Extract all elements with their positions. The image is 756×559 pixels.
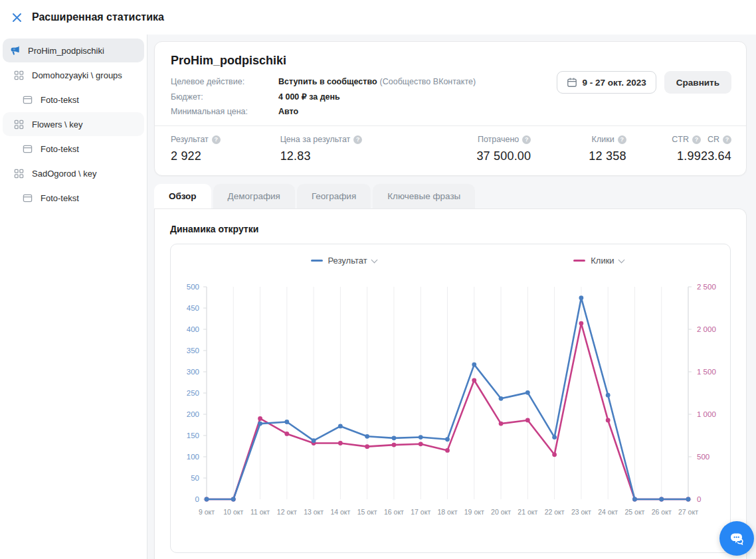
right-axis-tick-label: 0 xyxy=(697,495,701,503)
data-point[interactable] xyxy=(472,378,476,382)
data-point[interactable] xyxy=(365,434,369,439)
data-point[interactable] xyxy=(525,390,530,395)
help-icon[interactable]: ? xyxy=(723,135,731,144)
sidebar-item-label: Foto-tekst xyxy=(41,144,79,154)
data-point[interactable] xyxy=(579,321,583,326)
data-point[interactable] xyxy=(205,497,209,502)
sidebar-item-flowers-key[interactable]: Flowers \ key xyxy=(3,112,144,136)
sidebar-item-label: Domohozyayki \ groups xyxy=(32,70,122,80)
data-point[interactable] xyxy=(472,362,476,367)
grid-icon xyxy=(12,167,25,180)
data-point[interactable] xyxy=(338,424,343,429)
grid-icon xyxy=(12,118,25,131)
chevron-down-icon xyxy=(618,256,624,263)
support-chat-button[interactable] xyxy=(719,521,754,556)
help-icon[interactable]: ? xyxy=(353,135,362,144)
stats-row: Результат? 2 922 Цена за результат? 12.8… xyxy=(171,126,731,163)
data-point[interactable] xyxy=(445,437,450,441)
sidebar-item-prohim-podpischiki[interactable]: ProHim_podpischiki xyxy=(3,39,144,62)
sidebar-item-foto-tekst-2[interactable]: Foto-tekst xyxy=(3,137,144,161)
tab-key-phrases[interactable]: Ключевые фразы xyxy=(373,184,475,208)
data-point[interactable] xyxy=(606,418,611,423)
stat-ctr: CTR? 1.99 xyxy=(626,135,701,163)
close-icon[interactable] xyxy=(9,10,24,25)
right-axis-tick-label: 2 000 xyxy=(697,325,716,333)
tabs-bar: Обзор Демография География Ключевые фраз… xyxy=(154,184,747,208)
data-point[interactable] xyxy=(579,295,583,300)
right-axis-tick-label: 2 500 xyxy=(697,283,716,291)
legend-item-result[interactable]: Результат xyxy=(311,256,377,266)
x-axis-tick-label: 24 окт xyxy=(598,508,618,516)
data-point[interactable] xyxy=(659,497,664,502)
legend-dash-clicks xyxy=(573,260,585,262)
x-axis-tick-label: 27 окт xyxy=(678,508,698,516)
data-point[interactable] xyxy=(338,441,343,445)
data-point[interactable] xyxy=(312,438,316,443)
legend-item-clicks[interactable]: Клики xyxy=(573,256,623,266)
data-point[interactable] xyxy=(499,396,504,401)
overview-panel: Динамика открутки Результат Клики 050100… xyxy=(154,208,747,559)
data-point[interactable] xyxy=(284,432,289,436)
sidebar-item-sadogorod-key[interactable]: SadOgorod \ key xyxy=(3,161,144,185)
data-point[interactable] xyxy=(258,416,262,421)
data-point[interactable] xyxy=(258,422,262,426)
left-axis-tick-label: 300 xyxy=(187,368,199,376)
compare-button[interactable]: Сравнить xyxy=(664,71,731,94)
sidebar-item-label: Foto-tekst xyxy=(41,95,79,105)
data-point[interactable] xyxy=(284,420,289,424)
x-axis-tick-label: 14 окт xyxy=(330,508,350,516)
stat-value: 37 500.00 xyxy=(476,149,531,163)
help-icon[interactable]: ? xyxy=(522,135,531,144)
data-point[interactable] xyxy=(392,443,397,447)
sidebar-item-label: Flowers \ key xyxy=(32,120,83,129)
date-range-button[interactable]: 9 - 27 окт. 2023 xyxy=(557,71,656,94)
stat-cost-per-result: Цена за результат? 12.83 xyxy=(280,135,419,163)
stat-label: CTR xyxy=(672,135,689,144)
data-point[interactable] xyxy=(365,444,369,449)
x-axis-tick-label: 23 окт xyxy=(571,508,591,516)
right-axis-tick-label: 1 000 xyxy=(697,410,716,418)
left-axis-tick-label: 450 xyxy=(187,304,199,312)
data-point[interactable] xyxy=(445,448,450,453)
sidebar-item-label: Foto-tekst xyxy=(41,193,79,203)
stat-label: CR xyxy=(708,135,719,144)
chart-container: Результат Клики 050100150200250300350400… xyxy=(170,244,731,553)
tab-overview[interactable]: Обзор xyxy=(154,184,211,208)
info-value: Авто xyxy=(278,107,298,116)
data-point[interactable] xyxy=(686,497,691,502)
tab-demography[interactable]: Демография xyxy=(213,184,295,208)
chevron-down-icon xyxy=(371,256,377,263)
info-value: Вступить в сообщество xyxy=(278,77,377,86)
left-axis-tick-label: 200 xyxy=(187,410,199,418)
tab-geography[interactable]: География xyxy=(297,184,371,208)
campaign-summary-card: ProHim_podpischiki Целевое действие: Вст… xyxy=(154,41,747,176)
stat-label: Потрачено xyxy=(478,135,519,144)
data-point[interactable] xyxy=(525,418,530,423)
data-point[interactable] xyxy=(552,452,557,457)
help-icon[interactable]: ? xyxy=(692,135,701,144)
help-icon[interactable]: ? xyxy=(618,135,626,144)
x-axis-tick-label: 20 окт xyxy=(491,508,511,516)
stat-value: 12 358 xyxy=(589,149,626,163)
sidebar-item-domohozyayki-groups[interactable]: Domohozyayki \ groups xyxy=(3,63,144,87)
data-point[interactable] xyxy=(392,436,397,440)
right-axis-tick-label: 500 xyxy=(697,453,709,461)
data-point[interactable] xyxy=(552,435,557,439)
data-point[interactable] xyxy=(499,422,504,426)
sidebar-item-foto-tekst-3[interactable]: Foto-tekst xyxy=(3,186,144,210)
calendar-icon xyxy=(567,77,577,88)
main-content: ProHim_podpischiki Целевое действие: Вст… xyxy=(147,35,756,559)
help-icon[interactable]: ? xyxy=(212,135,221,144)
data-point[interactable] xyxy=(419,435,423,439)
data-point[interactable] xyxy=(606,393,611,398)
legend-dash-result xyxy=(311,260,323,262)
info-value-extra: (Сообщество ВКонтакте) xyxy=(380,77,476,86)
data-point[interactable] xyxy=(231,497,236,502)
sidebar-item-foto-tekst-1[interactable]: Foto-tekst xyxy=(3,88,144,112)
stat-value: 23.64 xyxy=(701,149,731,163)
x-axis-tick-label: 16 окт xyxy=(384,508,404,516)
x-axis-tick-label: 25 окт xyxy=(624,508,644,516)
chart-legend: Результат Клики xyxy=(171,244,730,275)
data-point[interactable] xyxy=(419,441,423,446)
data-point[interactable] xyxy=(632,497,637,502)
